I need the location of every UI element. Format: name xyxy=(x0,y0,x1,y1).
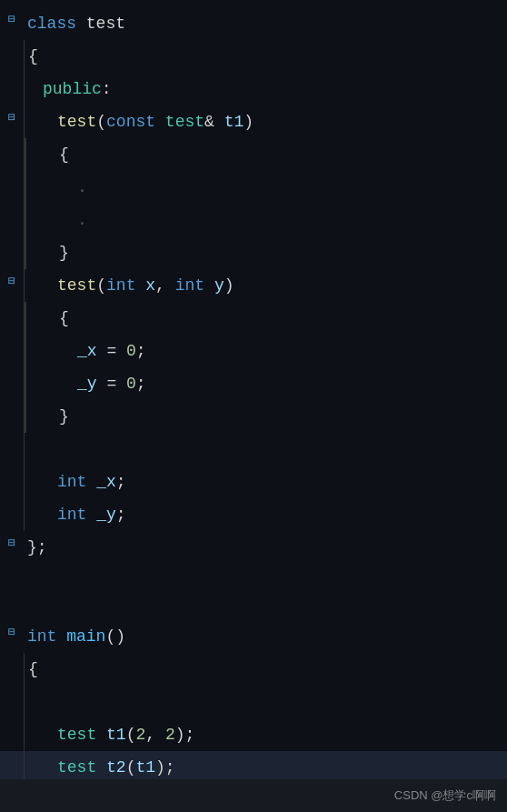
fn-test1: test xyxy=(57,110,96,134)
line-content-15: int _y; xyxy=(25,498,507,531)
line-5: { xyxy=(0,138,507,171)
fold-empty-10 xyxy=(0,302,24,335)
fold-empty-3 xyxy=(0,73,24,105)
classname: test xyxy=(76,12,125,35)
line-content-main2: { xyxy=(25,653,507,686)
line-content-11: _x = 0; xyxy=(26,335,507,367)
fold-icon-4[interactable]: ⊟ xyxy=(0,105,24,138)
fold-icon-16[interactable]: ⊟ xyxy=(0,531,24,564)
line-main-gap xyxy=(0,686,507,718)
fold-empty-11 xyxy=(0,335,24,367)
line-2: { xyxy=(0,40,507,73)
watermark-bar: CSDN @想学c啊啊 xyxy=(0,779,507,812)
fold-empty-main2 xyxy=(0,653,24,686)
section-gap xyxy=(0,564,507,620)
line-content-10: { xyxy=(26,302,507,335)
brace-open: { xyxy=(28,45,38,68)
line-13: } xyxy=(0,400,507,433)
line-14: int _x; xyxy=(0,466,507,498)
line-content-16: }; xyxy=(24,531,507,564)
line-9: ⊟ test(int x, int y) xyxy=(0,269,507,302)
line-15: int _y; xyxy=(0,498,507,531)
line-3: public: xyxy=(0,73,507,105)
line-content-13: } xyxy=(26,400,507,433)
line-16: ⊟ }; xyxy=(0,531,507,564)
line-10: { xyxy=(0,302,507,335)
line-12: _y = 0; xyxy=(0,367,507,400)
line-content-7: . xyxy=(26,204,507,236)
line-gap1 xyxy=(0,433,507,466)
keyword-public: public xyxy=(43,77,102,101)
line-8: } xyxy=(0,236,507,269)
line-content-5: { xyxy=(26,138,507,171)
fold-empty-5 xyxy=(0,138,24,171)
fold-icon-9[interactable]: ⊟ xyxy=(0,269,24,302)
line-content-main1: int main() xyxy=(24,620,507,653)
line-1: ⊟ class test xyxy=(0,7,507,40)
line-6: . xyxy=(0,171,507,204)
line-content-14: int _x; xyxy=(25,466,507,498)
line-4: ⊟ test(const test& t1) xyxy=(0,105,507,138)
line-11: _x = 0; xyxy=(0,335,507,367)
line-main1: ⊟ int main() xyxy=(0,620,507,653)
line-content-3: public: xyxy=(25,73,507,105)
line-content-9: test(int x, int y) xyxy=(25,269,507,302)
keyword-class: class xyxy=(27,12,76,35)
line-content-12: _y = 0; xyxy=(26,367,507,400)
fold-icon-main[interactable]: ⊟ xyxy=(0,620,24,653)
fold-empty-13 xyxy=(0,400,24,433)
fold-empty-2 xyxy=(0,40,24,73)
line-content-1: class test xyxy=(24,7,507,40)
fold-empty-8 xyxy=(0,236,24,269)
fold-empty-6 xyxy=(0,171,24,204)
vbar-main-gap xyxy=(24,686,25,718)
line-main2: { xyxy=(0,653,507,686)
fold-empty-14 xyxy=(0,466,24,498)
fold-empty-main3 xyxy=(0,718,24,751)
fold-empty-12 xyxy=(0,367,24,400)
watermark-text: CSDN @想学c啊啊 xyxy=(394,787,496,804)
fold-empty-7 xyxy=(0,204,24,236)
class-section: ⊟ class test { public: ⊟ xyxy=(0,0,507,791)
vbar-gap1 xyxy=(24,433,25,466)
fold-empty-15 xyxy=(0,498,24,531)
line-content-main3: test t1(2, 2); xyxy=(25,718,507,751)
line-content-2: { xyxy=(25,40,507,73)
line-main3: test t1(2, 2); xyxy=(0,718,507,751)
line-content-6: . xyxy=(26,171,507,204)
line-content-4: test(const test& t1) xyxy=(25,105,507,138)
line-content-8: } xyxy=(26,236,507,269)
code-editor: ⊟ class test { public: ⊟ xyxy=(0,0,507,812)
fold-icon-1[interactable]: ⊟ xyxy=(0,7,24,40)
line-7: . xyxy=(0,204,507,236)
colon: : xyxy=(102,77,112,101)
